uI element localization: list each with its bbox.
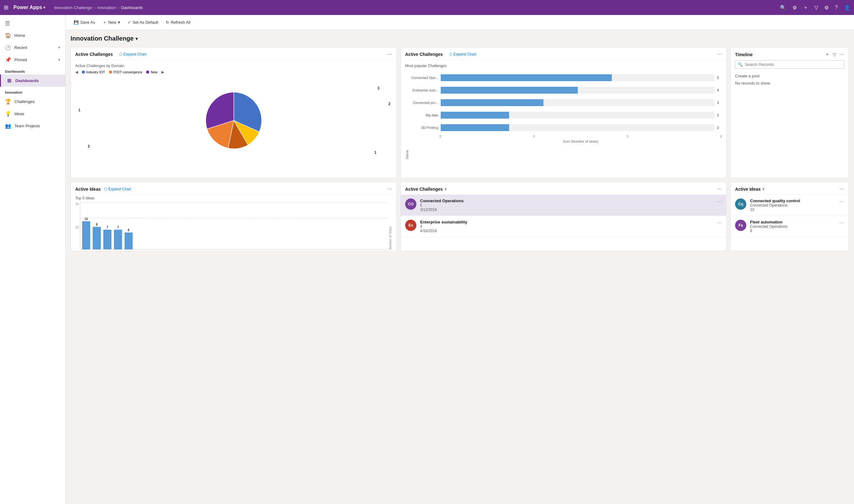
idea-item-sub1-1: Connected Operations bbox=[750, 203, 836, 208]
idea-list-item-1[interactable]: Cq Connected quality control Connected O… bbox=[731, 195, 849, 216]
active-ideas-header: Active Ideas ⬡ Expand Chart ⋯ bbox=[71, 182, 396, 195]
pie-chart-title: Active Challenges by Domain bbox=[75, 64, 392, 68]
h-line-top bbox=[80, 202, 387, 202]
bar-track-4 bbox=[441, 112, 714, 119]
ideas-list-more[interactable]: ⋯ bbox=[839, 186, 844, 192]
active-ideas-expand[interactable]: ⬡ Expand Chart bbox=[104, 187, 131, 191]
set-as-default-button[interactable]: ✓ Set As Default bbox=[125, 18, 161, 26]
sidebar-item-dashboards[interactable]: ⊞ Dashboards bbox=[0, 75, 65, 87]
bar-val-2: 4 bbox=[717, 88, 722, 92]
challenge-item-sub2-1: 3/12/2018 bbox=[420, 208, 713, 212]
pinned-chevron: ▾ bbox=[58, 58, 60, 62]
idea-list-item-2[interactable]: Fa Fleet automation Connected Operations… bbox=[731, 216, 849, 237]
idea-item-more-2[interactable]: ⋯ bbox=[839, 220, 844, 226]
gear-icon[interactable]: ⚙ bbox=[824, 5, 829, 11]
timeline-more[interactable]: ⋯ bbox=[839, 52, 844, 57]
pinned-icon: 📌 bbox=[5, 57, 11, 63]
sidebar: ☰ 🏠 Home 🕐 Recent ▾ 📌 Pinned ▾ Dashboard… bbox=[0, 15, 66, 504]
active-challenges-list-card: Active Challenges ▾ ⋯ CO Connected Opera… bbox=[401, 182, 727, 251]
v-bar-4 bbox=[114, 230, 122, 249]
new-chevron: ▾ bbox=[118, 20, 120, 25]
challenges-list-header: Active Challenges ▾ ⋯ bbox=[401, 182, 726, 195]
challenge-item-title-2: Enterprise sustainability bbox=[420, 220, 713, 224]
add-icon[interactable]: ＋ bbox=[803, 4, 808, 11]
timeline-add[interactable]: ＋ bbox=[825, 51, 830, 58]
pie-chart-svg bbox=[199, 86, 268, 155]
top-nav: ⊞ Power Apps ▾ Innovation Challenge › In… bbox=[0, 0, 854, 15]
filter-icon[interactable]: ▽ bbox=[814, 5, 818, 11]
v-bar-group-1: 10 bbox=[82, 217, 90, 249]
save-as-button[interactable]: 💾 Save As bbox=[71, 18, 98, 26]
help-icon[interactable]: ? bbox=[835, 5, 838, 10]
legend-prev[interactable]: ◀ bbox=[75, 70, 78, 74]
v-bar-group-3: 7 bbox=[103, 226, 111, 249]
timeline-search[interactable]: 🔍 bbox=[735, 60, 844, 69]
bar-fill-1 bbox=[441, 74, 612, 81]
bar-card-more[interactable]: ⋯ bbox=[717, 51, 722, 57]
idea-item-more-1[interactable]: ⋯ bbox=[839, 198, 844, 204]
challenge-item-more-1[interactable]: ⋯ bbox=[717, 198, 722, 204]
dashboard-title: Innovation Challenge ▾ bbox=[71, 35, 849, 42]
challenge-item-sub1-1: 5 bbox=[420, 203, 713, 208]
challenge-item-more-2[interactable]: ⋯ bbox=[717, 220, 722, 226]
sidebar-item-home[interactable]: 🏠 Home bbox=[0, 29, 65, 41]
sidebar-item-challenges[interactable]: 🏆 Challenges bbox=[0, 95, 65, 108]
chart-legend: ◀ Industry IOT IT/OT convergence bbox=[75, 70, 392, 74]
legend-label-1: Industry IOT bbox=[86, 70, 105, 74]
refresh-all-button[interactable]: ↻ Refresh All bbox=[163, 18, 194, 26]
pie-label-3: 3 bbox=[377, 86, 379, 90]
dashboard-title-chevron[interactable]: ▾ bbox=[136, 36, 138, 41]
challenges-list-chevron[interactable]: ▾ bbox=[445, 187, 447, 191]
avatar-cq: Cq bbox=[735, 198, 746, 210]
sidebar-item-team-projects[interactable]: 👥 Team Projects bbox=[0, 120, 65, 132]
challenge-list-item-2[interactable]: Es Enterprise sustainability 4 4/16/2018… bbox=[401, 216, 726, 237]
bar-expand-chart[interactable]: ⬡ Expand Chart bbox=[449, 52, 476, 56]
challenge-list-item-1[interactable]: CO Connected Operations 5 3/12/2018 ⋯ bbox=[401, 195, 726, 216]
waffle-icon[interactable]: ⊞ bbox=[4, 4, 8, 11]
home-icon: 🏠 bbox=[5, 33, 11, 38]
save-icon: 💾 bbox=[74, 20, 79, 25]
idea-item-title-1: Connected quality control bbox=[750, 198, 836, 203]
legend-next[interactable]: ▶ bbox=[161, 70, 164, 74]
legend-dot-orange bbox=[109, 71, 112, 74]
pie-expand-chart[interactable]: ⬡ Expand Chart bbox=[119, 52, 146, 56]
search-icon[interactable]: 🔍 bbox=[780, 5, 786, 11]
new-button[interactable]: ＋ New ▾ bbox=[100, 18, 123, 27]
avatar-co: CO bbox=[405, 198, 416, 210]
dashboard-icon: ⊞ bbox=[6, 78, 12, 84]
ideas-list-chevron[interactable]: ▾ bbox=[763, 187, 764, 191]
x-axis: 0 3 5 8 bbox=[410, 135, 722, 138]
bar-card-body: Most popular Challenges Name Connected O… bbox=[401, 60, 726, 178]
timeline-filter[interactable]: ▽ bbox=[833, 52, 836, 57]
legend-industry-iot: Industry IOT bbox=[82, 70, 105, 74]
bar-row-5: 3D Printing 2 bbox=[410, 124, 722, 131]
pie-card-more[interactable]: ⋯ bbox=[387, 51, 392, 57]
bar-fill-4 bbox=[441, 112, 509, 119]
section-label-dashboards: Dashboards bbox=[0, 66, 65, 75]
create-post: Create a post bbox=[735, 74, 844, 78]
v-bar-5 bbox=[125, 233, 133, 249]
avatar-fa: Fa bbox=[735, 220, 746, 231]
sidebar-item-pinned[interactable]: 📌 Pinned ▾ bbox=[0, 54, 65, 66]
idea-item-content-2: Fleet automation Connected Operations 8 bbox=[750, 220, 836, 233]
ideas-list-header: Active Ideas ▾ ⋯ bbox=[731, 182, 849, 195]
sidebar-item-recent[interactable]: 🕐 Recent ▾ bbox=[0, 41, 65, 54]
breadcrumb: Innovation Challenge › Innovation › Dash… bbox=[54, 5, 143, 10]
active-ideas-more[interactable]: ⋯ bbox=[387, 186, 392, 192]
x-axis-label: Sum (Number of ideas) bbox=[410, 140, 722, 143]
search-records-input[interactable] bbox=[745, 62, 841, 67]
toolbar: 💾 Save As ＋ New ▾ ✓ Set As Default ↻ Ref… bbox=[66, 15, 854, 30]
pie-card-header: Active Challenges ⬡ Expand Chart ⋯ bbox=[71, 48, 396, 60]
pie-card-body: Active Challenges by Domain ◀ Industry I… bbox=[71, 60, 396, 178]
app-name[interactable]: Power Apps ▾ bbox=[14, 5, 45, 10]
challenges-list-more[interactable]: ⋯ bbox=[717, 186, 722, 192]
settings-icon[interactable]: ⚙ bbox=[793, 5, 797, 11]
pie-chart-container: 3 1 2 1 2 bbox=[75, 77, 392, 164]
sidebar-toggle[interactable]: ☰ bbox=[0, 17, 65, 29]
user-icon[interactable]: 👤 bbox=[844, 5, 850, 11]
active-challenges-bar-card: Active Challenges ⬡ Expand Chart ⋯ Most … bbox=[401, 47, 727, 178]
sidebar-item-ideas[interactable]: 💡 Ideas bbox=[0, 108, 65, 120]
timeline-card: Timeline ＋ ▽ ⋯ 🔍 Create a post No reco bbox=[730, 47, 849, 178]
v-bar-3 bbox=[103, 230, 111, 249]
avatar-es: Es bbox=[405, 220, 416, 231]
